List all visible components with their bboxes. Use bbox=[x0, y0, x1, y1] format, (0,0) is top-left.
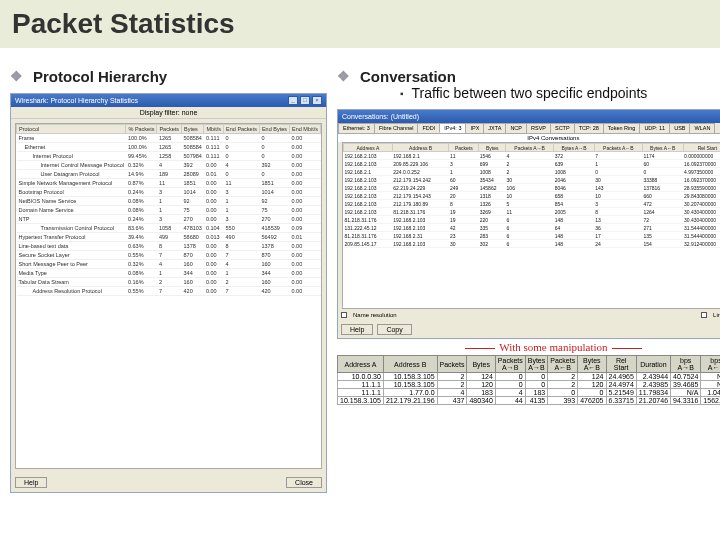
diamond-bullet-icon: ❖ bbox=[10, 68, 23, 84]
close-icon[interactable]: × bbox=[312, 96, 322, 105]
conv-section-label: IPv4 Conversations bbox=[338, 134, 720, 142]
table-row[interactable]: 131.222.45.12192.168.2.10342335664362713… bbox=[344, 224, 720, 232]
window-title-text: Conversations: (Untitled) bbox=[342, 113, 419, 120]
column-header: Packets bbox=[449, 144, 479, 152]
table-row[interactable]: Ethernet100.0%12655085840.111000.00 bbox=[17, 143, 321, 152]
table-row[interactable]: NetBIOS Name Service0.08%1920.001920.00 bbox=[17, 197, 321, 206]
conv-table-container: Address AAddress BPacketsBytesPackets A→… bbox=[342, 142, 720, 309]
tab-usb[interactable]: USB bbox=[669, 123, 690, 133]
right-heading-text: Conversation bbox=[360, 68, 647, 85]
right-sub-text: Traffic between two specific endpoints bbox=[412, 85, 648, 101]
table-row[interactable]: Hypertext Transfer Protocol39.4%49958680… bbox=[17, 233, 321, 242]
table-row[interactable]: Secure Socket Layer0.55%78700.0078700.00 bbox=[17, 251, 321, 260]
table-row: 10.0.0.3010.158.3.105212400212424.49652.… bbox=[338, 373, 720, 381]
table-row: 10.158.3.105212.179.21.19643748034044413… bbox=[338, 397, 720, 405]
column-header: Bytes A→B bbox=[554, 144, 595, 152]
conversations-table: Address AAddress BPacketsBytesPackets A→… bbox=[343, 143, 720, 248]
table-row[interactable]: Line-based text data0.63%813780.00813780… bbox=[17, 242, 321, 251]
dialog-footer: Help Close bbox=[11, 473, 326, 492]
content-area: ❖ Protocol Hierarchy Wireshark: Protocol… bbox=[0, 48, 720, 493]
table-row[interactable]: 192.168.2.10381.218.31.17619326911200581… bbox=[344, 208, 720, 216]
limit-filter-checkbox[interactable] bbox=[701, 312, 707, 318]
tab-fibre-channel[interactable]: Fibre Channel bbox=[374, 123, 419, 133]
protocol-table-container: Protocol% PacketsPacketsBytesMbit/sEnd P… bbox=[15, 123, 322, 469]
diamond-bullet-icon: ❖ bbox=[337, 68, 350, 84]
table-row[interactable]: Transmission Control Protocol83.6%105847… bbox=[17, 224, 321, 233]
window-titlebar: Wireshark: Protocol Hierarchy Statistics… bbox=[11, 94, 326, 107]
table-row[interactable]: Domain Name Service0.08%1750.001750.00 bbox=[17, 206, 321, 215]
minimize-icon[interactable]: _ bbox=[288, 96, 298, 105]
table-row[interactable]: Short Message Peer to Peer0.32%41600.004… bbox=[17, 260, 321, 269]
column-header: Packets A←B bbox=[548, 356, 578, 373]
column-header: Rel Start bbox=[683, 144, 720, 152]
table-row[interactable]: 192.168.2.103212.179.180.898132658543472… bbox=[344, 200, 720, 208]
table-row[interactable]: 192.168.2.103212.179.154.243201318106581… bbox=[344, 192, 720, 200]
table-row[interactable]: 192.168.2.103212.179.154.242603543430204… bbox=[344, 176, 720, 184]
close-button[interactable]: Close bbox=[286, 477, 322, 488]
table-row[interactable]: 81.218.31.176192.168.2.31232836148171353… bbox=[344, 232, 720, 240]
table-row[interactable]: Tabular Data Stream0.16%21600.0021600.00 bbox=[17, 278, 321, 287]
column-header: bps A←B bbox=[701, 356, 720, 373]
table-row: 11.1.11.77.0.041834183005.2154911.79834N… bbox=[338, 389, 720, 397]
table-row[interactable]: Frame100.0%12655085840.111000.00 bbox=[17, 134, 321, 143]
left-column: ❖ Protocol Hierarchy Wireshark: Protocol… bbox=[10, 68, 327, 493]
tab-sctp[interactable]: SCTP bbox=[550, 123, 575, 133]
name-resolution-label: Name resolution bbox=[353, 312, 397, 318]
column-header: Duration bbox=[636, 356, 670, 373]
excel-manipulation-table: Address AAddress BPacketsBytesPackets A→… bbox=[337, 355, 720, 405]
table-row[interactable]: Internet Control Message Protocol0.32%43… bbox=[17, 161, 321, 170]
table-row[interactable]: NTP0.24%32700.0032700.00 bbox=[17, 215, 321, 224]
tab-ncp[interactable]: NCP bbox=[505, 123, 527, 133]
tab-ethernet-3[interactable]: Ethernet: 3 bbox=[338, 123, 375, 133]
protocol-hierarchy-window: Wireshark: Protocol Hierarchy Statistics… bbox=[10, 93, 327, 493]
tab-token-ring[interactable]: Token Ring bbox=[603, 123, 641, 133]
column-header: Packets bbox=[157, 125, 182, 134]
tab-wlan[interactable]: WLAN bbox=[689, 123, 715, 133]
tab-rsvp[interactable]: RSVP bbox=[526, 123, 551, 133]
column-header: Bytes A→B bbox=[525, 356, 548, 373]
slide-title: Packet Statistics bbox=[0, 0, 720, 48]
column-header: Bytes bbox=[182, 125, 204, 134]
square-bullet-icon: ▪ bbox=[400, 88, 404, 101]
column-header: bps A→B bbox=[671, 356, 701, 373]
table-row[interactable]: 192.168.2.103209.85.229.1063699263916016… bbox=[344, 160, 720, 168]
column-header: Bytes bbox=[479, 144, 506, 152]
column-header: End Bytes bbox=[259, 125, 289, 134]
column-header: Bytes A←B bbox=[642, 144, 683, 152]
name-resolution-checkbox[interactable] bbox=[341, 312, 347, 318]
help-button[interactable]: Help bbox=[341, 324, 373, 335]
protocol-hierarchy-table: Protocol% PacketsPacketsBytesMbit/sEnd P… bbox=[16, 124, 321, 296]
table-row[interactable]: 192.168.2.1224.0.0.2521100821008004.9973… bbox=[344, 168, 720, 176]
table-row[interactable]: Bootstrap Protocol0.24%310140.00310140.0… bbox=[17, 188, 321, 197]
table-row[interactable]: Address Resolution Protocol0.55%74200.00… bbox=[17, 287, 321, 296]
table-row[interactable]: Simple Network Management Protocol0.87%1… bbox=[17, 179, 321, 188]
tab-udp-11[interactable]: UDP: 11 bbox=[639, 123, 670, 133]
column-header: Address B bbox=[392, 144, 449, 152]
table-row[interactable]: Media Type0.08%13440.0013440.00 bbox=[17, 269, 321, 278]
table-row[interactable]: 81.218.31.176192.168.2.10319220614813723… bbox=[344, 216, 720, 224]
column-header: Bytes bbox=[467, 356, 495, 373]
tab-jxta[interactable]: JXTA bbox=[483, 123, 506, 133]
table-row[interactable]: Internet Protocol99.45%12585079840.11100… bbox=[17, 152, 321, 161]
tab-tcp-28[interactable]: TCP: 28 bbox=[574, 123, 604, 133]
conv-footer: Name resolution Limit to display filter bbox=[338, 309, 720, 321]
tab-ipv4-3[interactable]: IPv4: 3 bbox=[439, 123, 466, 133]
table-row[interactable]: User Datagram Protocol14.9%189280890.010… bbox=[17, 170, 321, 179]
table-row[interactable]: 192.168.2.10362.219.24.22924914586210680… bbox=[344, 184, 720, 192]
column-header: Address A bbox=[344, 144, 393, 152]
maximize-icon[interactable]: □ bbox=[300, 96, 310, 105]
table-row[interactable]: 209.85.145.17192.168.2.10330302614824154… bbox=[344, 240, 720, 248]
tab-ipx[interactable]: IPX bbox=[465, 123, 484, 133]
right-subheading: ▪ Traffic between two specific endpoints bbox=[400, 85, 647, 101]
table-row: 11.1.110.158.3.105212000212024.49742.439… bbox=[338, 381, 720, 389]
right-heading: ❖ Conversation ▪ Traffic between two spe… bbox=[337, 68, 720, 101]
tab-fddi[interactable]: FDDI bbox=[417, 123, 440, 133]
column-header: Packets bbox=[437, 356, 467, 373]
table-row[interactable]: 192.168.2.103192.168.2.11115464372711740… bbox=[344, 152, 720, 160]
help-button[interactable]: Help bbox=[15, 477, 47, 488]
copy-button[interactable]: Copy bbox=[377, 324, 411, 335]
column-header: Packets A→B bbox=[495, 356, 525, 373]
limit-filter-label: Limit to display filter bbox=[713, 312, 720, 318]
column-header: Packets A→B bbox=[506, 144, 554, 152]
conversations-window: Conversations: (Untitled) _ □ × Ethernet… bbox=[337, 109, 720, 339]
